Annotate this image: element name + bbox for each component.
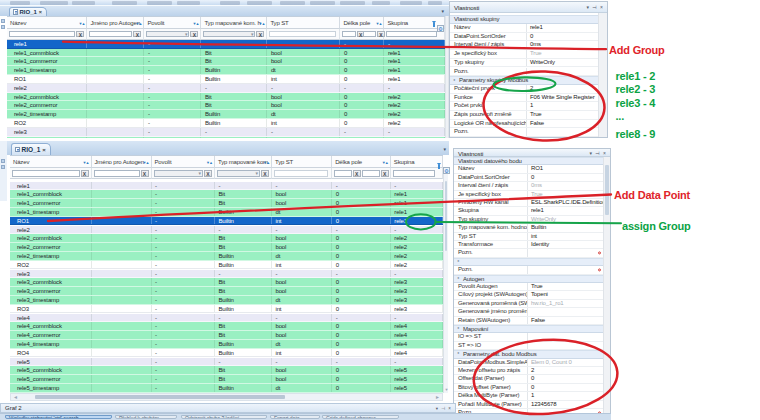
grid-cell[interactable]: -	[152, 331, 216, 339]
grid-row-rele2_commblock[interactable]: rele2_commblock-Bitbool0rele2	[7, 93, 445, 102]
grid-row-rele3_commblock[interactable]: rele3_commblock-Bitbool0rele3	[10, 278, 443, 287]
horizontal-scrollbar[interactable]: ◄ ►	[10, 393, 443, 401]
grid-cell[interactable]: bool	[272, 278, 332, 286]
grid-cell[interactable]: -	[272, 226, 332, 234]
grid-cell[interactable]: 0	[332, 208, 391, 216]
grid-cell[interactable]: rele4	[391, 322, 444, 330]
column-header[interactable]: Jméno pro Autogen▼▲	[92, 156, 152, 168]
grid-cell[interactable]: dt	[267, 66, 340, 74]
grid-cell[interactable]: -	[340, 128, 384, 136]
prop-value-cell[interactable]: Elem 0, Count 0	[528, 359, 610, 366]
filter-clear-button[interactable]: X	[190, 31, 198, 38]
prop-value-cell[interactable]: 0	[528, 384, 610, 391]
grid-cell[interactable]: Bit	[201, 57, 267, 65]
grid-row-RO2[interactable]: RO2-Builtinint0rele2	[7, 119, 445, 128]
filter-clear-button[interactable]: X	[81, 170, 89, 177]
scrollbar-thumb[interactable]	[445, 181, 447, 251]
toolbar-button-sliver[interactable]	[247, 1, 272, 5]
filter-input[interactable]	[12, 170, 80, 177]
grid-cell[interactable]	[87, 128, 144, 136]
grid-row-rele4_timestamp[interactable]: rele4_timestamp-Builtindt0rele4	[10, 340, 443, 349]
grid-cell[interactable]: rele4	[391, 349, 444, 357]
filter-input[interactable]	[89, 31, 132, 38]
grid-cell[interactable]: -	[144, 93, 201, 101]
grid-cell[interactable]: rele2_timestamp	[10, 252, 92, 260]
grid-cell[interactable]: Bit	[215, 234, 272, 242]
prop-value-cell[interactable]: Topeni	[528, 291, 610, 298]
grid-cell[interactable]: Bit	[215, 366, 272, 374]
prop-value[interactable]: RO1	[531, 165, 543, 171]
filter-funnel-icon[interactable]	[437, 163, 441, 166]
grid-cell[interactable]: -	[152, 190, 216, 198]
grid-cell[interactable]: rele1_commerror	[7, 57, 87, 65]
prop-value[interactable]: rele1	[530, 24, 543, 30]
filter-combo[interactable]	[217, 170, 260, 177]
grid-cell[interactable]: bool	[267, 137, 340, 138]
grid-cell[interactable]: rele2_commerror	[7, 101, 87, 109]
grid-cell[interactable]: bool	[272, 243, 332, 251]
grid-cell[interactable]: rele2	[10, 226, 92, 234]
grid-cell[interactable]: -	[201, 128, 267, 136]
grid-cell[interactable]: 0	[340, 66, 384, 74]
grid-cell[interactable]: rele4	[391, 331, 444, 339]
column-header[interactable]: Povolit▼▲	[152, 156, 216, 168]
grid-cell[interactable]	[92, 217, 152, 225]
filter-clear-button[interactable]: X	[381, 170, 389, 177]
column-header[interactable]: Název▼▲	[7, 17, 87, 29]
grid-cell[interactable]: Builtin	[215, 217, 272, 225]
grid-cell[interactable]: -	[152, 349, 216, 357]
grid-cell[interactable]: rele1	[391, 217, 444, 225]
grid-cell[interactable]: rele3	[391, 278, 444, 286]
grid-cell[interactable]: rele3	[384, 137, 444, 138]
panel-scrollbar[interactable]	[598, 13, 607, 137]
sort-icons[interactable]: ▼▲	[192, 20, 198, 25]
prop-value[interactable]: False	[531, 317, 545, 323]
grid-row-rele2[interactable]: rele2-----	[7, 84, 445, 93]
grid-cell[interactable]	[92, 226, 152, 234]
prop-value-cell[interactable]	[528, 333, 610, 340]
prop-value-cell[interactable]	[527, 68, 607, 76]
grid-cell[interactable]: rele3	[10, 270, 92, 278]
prop-section-Parametry skupiny Modbus[interactable]: Parametry skupiny Modbus-	[450, 76, 607, 85]
prop-value[interactable]: 2	[530, 85, 533, 91]
grid-cell[interactable]: Bit	[201, 137, 267, 138]
grid-row-rele5_commerror[interactable]: rele5_commerror-Bitbool0rele5	[10, 375, 443, 384]
grid-cell[interactable]: -	[332, 226, 391, 234]
prop-value[interactable]: 12345678	[531, 401, 557, 407]
prop-value-cell[interactable]: True	[528, 191, 610, 198]
scroll-down-arrow-icon[interactable]: ▼	[444, 388, 448, 392]
grid-cell[interactable]: Builtin	[215, 296, 272, 304]
grid-cell[interactable]: -	[152, 252, 216, 260]
grid-cell[interactable]: Builtin	[215, 261, 272, 269]
grid-cell[interactable]: -	[144, 75, 201, 83]
grid-cell[interactable]: -	[144, 101, 201, 109]
grid-cell[interactable]: -	[144, 40, 201, 48]
grid-cell[interactable]	[87, 57, 144, 65]
grid-cell[interactable]: -	[144, 57, 201, 65]
grid-cell[interactable]: -	[152, 199, 216, 207]
toolbar-button-sliver[interactable]	[428, 1, 442, 5]
grid-cell[interactable]: rele2	[391, 252, 444, 260]
grid-cell[interactable]: rele1	[384, 49, 444, 57]
grid-row-rele1_commerror[interactable]: rele1_commerror-Bitbool0rele1	[10, 199, 443, 208]
grid-cell[interactable]	[92, 190, 152, 198]
grid-cell[interactable]: bool	[272, 375, 332, 383]
grid-cell[interactable]: Builtin	[215, 340, 272, 348]
grid-cell[interactable]: rele3_commblock	[7, 137, 87, 138]
prop-value[interactable]: True	[530, 111, 542, 117]
grid-cell[interactable]: rele2	[384, 93, 444, 101]
grid-cell[interactable]: RO4	[10, 349, 92, 357]
grid-cell[interactable]	[92, 296, 152, 304]
grid-cell[interactable]: Builtin	[201, 119, 267, 127]
grid-cell[interactable]: Builtin	[201, 110, 267, 118]
grid-cell[interactable]: rele1	[384, 66, 444, 74]
grid-cell[interactable]: Bit	[215, 331, 272, 339]
grid-row-RO1[interactable]: RO1-Builtinint0rele1	[7, 75, 445, 84]
grid-cell[interactable]	[92, 199, 152, 207]
grid-cell[interactable]: RO2	[10, 261, 92, 269]
grid-cell[interactable]: -	[152, 243, 216, 251]
prop-value-cell[interactable]: True	[527, 111, 607, 119]
prop-value-cell[interactable]	[527, 128, 607, 136]
grid-cell[interactable]	[92, 375, 152, 383]
grid-row-rele3[interactable]: rele3-----	[7, 128, 445, 137]
